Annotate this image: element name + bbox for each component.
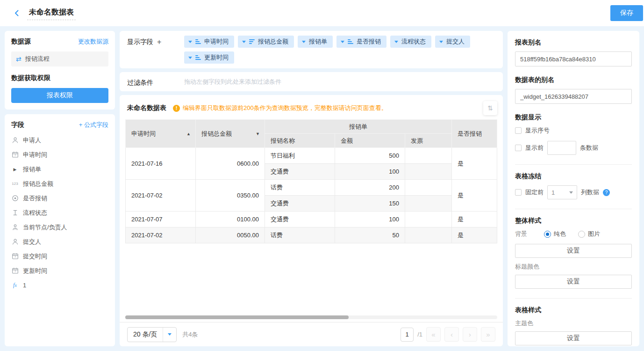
- page-size-value: 20 条/页: [128, 330, 163, 339]
- first-page-button[interactable]: «: [426, 327, 441, 342]
- field-item-apply-time[interactable]: 7 申请时间: [11, 147, 108, 162]
- col-header-total-amount[interactable]: 报销总金额▼: [196, 120, 265, 148]
- chip-submitter[interactable]: 提交人: [435, 36, 470, 48]
- expand-triangle-icon: ▶: [11, 166, 19, 173]
- current-page-input[interactable]: 1: [401, 328, 414, 342]
- chevron-down-icon: [302, 41, 306, 43]
- chevron-down-icon: [569, 191, 573, 194]
- change-datasource-link[interactable]: 更改数据源: [78, 37, 108, 46]
- show-index-label: 显示序号: [525, 126, 550, 135]
- col-header-invoice[interactable]: 发票: [405, 134, 452, 148]
- display-field-chips: 申请时间 报销总金额 报销单 是否报销 流程状态 提交人 更新时间: [184, 36, 495, 64]
- report-alias-heading: 报表别名: [515, 38, 632, 47]
- chip-flow-status[interactable]: 流程状态: [390, 36, 431, 48]
- datasource-item[interactable]: ⇄ 报销流程: [11, 51, 108, 66]
- formula-icon: fx: [11, 282, 19, 289]
- field-item-formula-1[interactable]: fx 1: [11, 278, 108, 292]
- title-color-set-button[interactable]: 设置: [515, 275, 632, 289]
- divider: [515, 164, 632, 165]
- freeze-checkbox[interactable]: [515, 189, 522, 196]
- page-size-select[interactable]: 20 条/页: [127, 327, 177, 342]
- filter-dropzone[interactable]: 拖动左侧字段到此处来添加过滤条件: [184, 78, 281, 86]
- col-header-is-reimbursed[interactable]: 是否报销: [452, 120, 497, 148]
- table-alias-input[interactable]: [515, 89, 632, 104]
- chevron-down-icon: [188, 57, 192, 59]
- chevron-down-icon: [394, 41, 398, 43]
- table-style-heading: 表格样式: [515, 306, 632, 314]
- sort-desc-icon: [249, 39, 255, 44]
- sort-asc-icon: [348, 39, 353, 44]
- table-alias-heading: 数据表的别名: [515, 76, 632, 84]
- bg-solid-label: 纯色: [554, 230, 566, 238]
- sort-asc-arrow-icon[interactable]: ▲: [186, 132, 191, 136]
- bg-image-radio[interactable]: [578, 231, 585, 238]
- col-header-amount[interactable]: 金额: [335, 134, 405, 148]
- col-header-expense-group[interactable]: 报销单: [265, 120, 452, 134]
- add-formula-field-link[interactable]: + 公式字段: [79, 121, 108, 129]
- main-area: 显示字段 + 申请时间 报销总金额 报销单 是否报销 流程状态 提交人 更新时间…: [120, 31, 503, 346]
- add-display-field-icon[interactable]: +: [157, 38, 161, 46]
- datasource-card: 数据源 更改数据源 ⇄ 报销流程 数据获取权限 报表权限: [5, 31, 115, 110]
- scrollbar-thumb[interactable]: [125, 315, 349, 319]
- next-page-button[interactable]: ›: [463, 327, 477, 342]
- save-button[interactable]: 保存: [610, 5, 643, 21]
- perm-heading: 数据获取权限: [11, 74, 108, 82]
- show-index-checkbox[interactable]: [515, 127, 522, 134]
- field-item-submit-time[interactable]: 7 提交时间: [11, 249, 108, 263]
- table-scroll-area: 申请时间▲ 报销总金额▼ 报销单 是否报销 报销名称 金额 发票: [120, 119, 503, 322]
- background-set-button[interactable]: 设置: [515, 244, 632, 258]
- chip-is-reimbursed[interactable]: 是否报销: [336, 36, 386, 48]
- chevron-down-icon: [188, 41, 192, 43]
- field-item-flow-status[interactable]: 流程状态: [11, 205, 108, 220]
- filter-card: 过滤条件 拖动左侧字段到此处来添加过滤条件: [120, 72, 503, 91]
- help-icon[interactable]: ?: [603, 189, 610, 196]
- last-page-button[interactable]: »: [481, 327, 495, 342]
- show-first-count-input[interactable]: [547, 141, 576, 155]
- filter-label: 过滤条件: [127, 76, 184, 87]
- field-item-update-time[interactable]: 7 更新时间: [11, 263, 108, 278]
- user-node-icon: [11, 224, 19, 231]
- chip-apply-time[interactable]: 申请时间: [184, 36, 234, 48]
- field-item-applicant[interactable]: 申请人: [11, 133, 108, 147]
- table-row[interactable]: 2021-07-16 0600.00 节日福利 500 是: [126, 148, 497, 164]
- page-title[interactable]: 未命名数据表: [27, 7, 76, 20]
- plus-icon: +: [79, 121, 83, 128]
- bg-solid-radio[interactable]: [544, 231, 551, 238]
- table-row[interactable]: 2021-07-02 0350.00 话费 200 是: [126, 180, 497, 196]
- title-color-label: 标题颜色: [515, 263, 632, 271]
- table-row[interactable]: 2021-07-07 0100.00 交通费 100 是: [126, 212, 497, 227]
- svg-text:7: 7: [14, 154, 16, 157]
- theme-color-set-button[interactable]: 设置: [515, 331, 632, 345]
- chip-expense-subform[interactable]: 报销单: [298, 36, 333, 48]
- content: 数据源 更改数据源 ⇄ 报销流程 数据获取权限 报表权限 字段 + 公式字段 申…: [0, 26, 644, 351]
- preview-table: 申请时间▲ 报销总金额▼ 报销单 是否报销 报销名称 金额 发票: [125, 119, 497, 243]
- fields-card: 字段 + 公式字段 申请人 7 申请时间 ▶ 报销单 123 报销总金额 是否: [5, 114, 115, 346]
- chip-update-time[interactable]: 更新时间: [184, 51, 234, 64]
- sort-desc-arrow-icon[interactable]: ▼: [256, 132, 260, 136]
- report-permission-button[interactable]: 报表权限: [11, 88, 108, 103]
- freeze-prefix: 固定前: [525, 188, 544, 197]
- show-first-label: 显示前: [525, 144, 544, 152]
- field-item-is-reimbursed[interactable]: 是否报销: [11, 191, 108, 205]
- calendar-icon: 7: [11, 267, 19, 275]
- divider: [515, 209, 632, 209]
- total-count: 共4条: [182, 330, 198, 339]
- field-item-current-node[interactable]: 当前节点/负责人: [11, 220, 108, 234]
- prev-page-button[interactable]: ‹: [444, 327, 459, 342]
- datasource-item-label: 报销流程: [25, 55, 50, 63]
- field-item-submitter[interactable]: 提交人: [11, 234, 108, 249]
- chip-total-amount[interactable]: 报销总金额: [238, 36, 294, 48]
- col-header-apply-time[interactable]: 申请时间▲: [126, 120, 196, 148]
- show-first-checkbox[interactable]: [515, 145, 522, 151]
- sort-order-button[interactable]: ⇅: [483, 101, 497, 115]
- number-icon: 123: [11, 180, 19, 188]
- field-item-expense-subform[interactable]: ▶ 报销单: [11, 162, 108, 176]
- table-row[interactable]: 2021-07-02 0050.00 话费 50 是: [126, 227, 497, 243]
- warning-icon: !: [173, 105, 180, 112]
- back-button[interactable]: [10, 7, 23, 20]
- freeze-count-select[interactable]: 1: [547, 185, 577, 199]
- display-fields-label: 显示字段 +: [127, 36, 184, 46]
- field-item-total-amount[interactable]: 123 报销总金额: [11, 176, 108, 191]
- col-header-expense-name[interactable]: 报销名称: [265, 134, 335, 148]
- report-alias-input[interactable]: [515, 51, 632, 66]
